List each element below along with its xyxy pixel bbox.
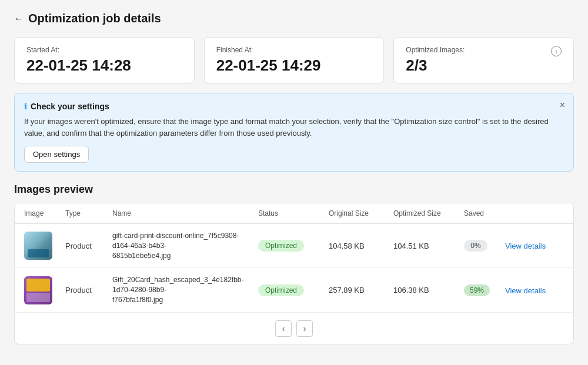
row-2-original-size: 257.89 KB xyxy=(329,286,393,294)
view-details-link-2[interactable]: View details xyxy=(505,286,546,295)
alert-header: ℹ Check your settings xyxy=(24,102,564,111)
stat-card-finished-at: Finished At: 22-01-25 14:29 xyxy=(204,37,385,83)
row-1-saved: 0% xyxy=(464,240,505,252)
thumb-visual-2 xyxy=(24,276,52,304)
col-status: Status xyxy=(258,209,329,217)
table-row: Product Gift_20Card_hash_escaped_3_4e182… xyxy=(15,268,573,312)
col-original-size: Original Size xyxy=(329,209,393,217)
row-1-optimized-size: 104.51 KB xyxy=(393,242,464,250)
table-row: Product gift-card-print-discount-online_… xyxy=(15,224,573,268)
row-2-status: Optimized xyxy=(258,284,329,296)
back-button[interactable]: ← xyxy=(14,14,24,24)
status-badge-2: Optimized xyxy=(258,284,304,296)
prev-page-button[interactable]: ‹ xyxy=(275,320,292,337)
alert-close-button[interactable]: × xyxy=(560,101,565,110)
row-2-optimized-size: 106.38 KB xyxy=(393,286,464,294)
row-1-actions: View details xyxy=(505,241,564,250)
next-page-button[interactable]: › xyxy=(296,320,313,337)
col-image: Image xyxy=(24,209,65,217)
back-header: ← Optimization job details xyxy=(14,12,574,25)
images-preview-title: Images preview xyxy=(14,183,574,196)
thumb-visual-1 xyxy=(24,232,52,260)
alert-box: ℹ Check your settings × If your images w… xyxy=(14,93,574,172)
pagination-row: ‹ › xyxy=(15,313,573,344)
page-container: ← Optimization job details Started At: 2… xyxy=(0,0,588,356)
finished-at-label: Finished At: xyxy=(216,46,372,54)
table-header: Image Type Name Status Original Size Opt… xyxy=(15,203,573,224)
row-2-saved: 59% xyxy=(464,284,505,296)
row-1-image xyxy=(24,232,65,260)
col-name: Name xyxy=(112,209,258,217)
row-1-name: gift-card-print-discount-online_7f5c9308… xyxy=(112,231,258,260)
alert-info-icon: ℹ xyxy=(24,102,27,111)
col-actions xyxy=(505,209,564,217)
images-table: Image Type Name Status Original Size Opt… xyxy=(14,203,574,344)
row-2-image xyxy=(24,276,65,304)
optimized-images-value: 2/3 xyxy=(406,56,465,75)
product-thumbnail-1 xyxy=(24,232,52,260)
row-1-type: Product xyxy=(65,242,112,250)
row-1-original-size: 104.58 KB xyxy=(329,242,393,250)
started-at-label: Started At: xyxy=(26,46,182,54)
stat-card-started-at: Started At: 22-01-25 14:28 xyxy=(14,37,195,83)
stat-card-optimized-images: Optimized Images: 2/3 i xyxy=(393,37,574,83)
row-2-actions: View details xyxy=(505,286,564,295)
row-2-name: Gift_20Card_hash_escaped_3_4e182fbb-1d70… xyxy=(112,275,258,304)
col-saved: Saved xyxy=(464,209,505,217)
started-at-value: 22-01-25 14:28 xyxy=(26,56,182,75)
finished-at-value: 22-01-25 14:29 xyxy=(216,56,372,75)
col-type: Type xyxy=(65,209,112,217)
alert-title: Check your settings xyxy=(31,102,109,111)
row-2-type: Product xyxy=(65,286,112,294)
page-title: Optimization job details xyxy=(28,12,161,25)
view-details-link-1[interactable]: View details xyxy=(505,242,546,250)
row-1-status: Optimized xyxy=(258,240,329,252)
open-settings-button[interactable]: Open settings xyxy=(24,146,89,163)
alert-body: If your images weren't optimized, ensure… xyxy=(24,116,564,139)
col-optimized-size: Optimized Size xyxy=(393,209,464,217)
saved-badge-1: 0% xyxy=(464,240,487,252)
optimized-images-label: Optimized Images: xyxy=(406,46,465,54)
product-thumbnail-2 xyxy=(24,276,52,304)
stats-row: Started At: 22-01-25 14:28 Finished At: … xyxy=(14,37,574,83)
saved-badge-2: 59% xyxy=(464,284,490,296)
info-icon[interactable]: i xyxy=(551,46,562,56)
status-badge-1: Optimized xyxy=(258,240,304,252)
